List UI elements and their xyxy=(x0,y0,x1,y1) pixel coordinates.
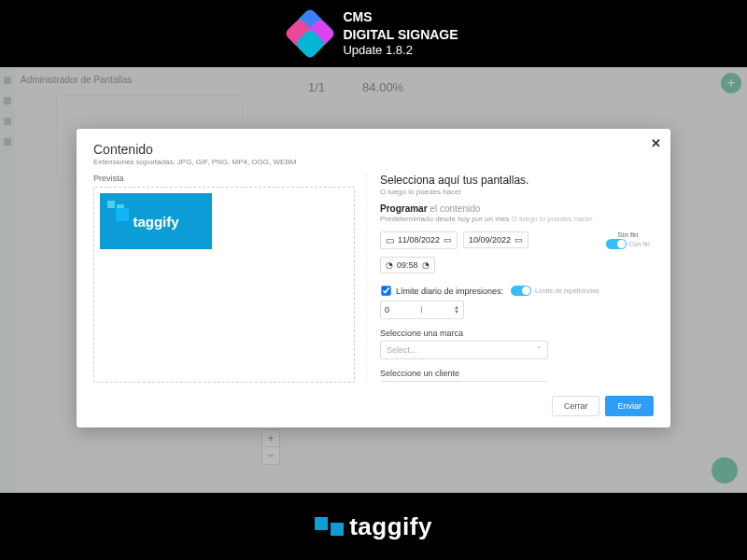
limit-toggle[interactable] xyxy=(511,286,531,296)
taggify-logo-icon xyxy=(315,517,344,536)
settings-column: Selecciona aquí tus pantallas. O luego l… xyxy=(366,174,654,383)
cancel-button[interactable]: Cerrar xyxy=(552,396,600,416)
client-select[interactable]: Select... ˅ xyxy=(380,381,548,383)
close-icon[interactable]: ✕ xyxy=(651,136,661,150)
chevron-down-icon: ˅ xyxy=(537,345,542,355)
client-label: Seleccione un cliente xyxy=(380,369,650,378)
limit-sub: Límite de repeticiones xyxy=(535,287,599,294)
endless-label: Sin fin xyxy=(617,231,638,239)
endless-toggle-block: Sin fin Con fin xyxy=(606,231,650,249)
date-to-input[interactable]: 10/09/2022 ▭ xyxy=(463,231,529,248)
clock-icon: ◔ xyxy=(386,260,393,270)
preview-column: Prevista taggify xyxy=(93,174,355,383)
banner-text: CMS DIGITAL SIGNAGE Update 1.8.2 xyxy=(343,8,458,58)
preview-brand-text: taggify xyxy=(133,214,178,230)
endless-toggle[interactable] xyxy=(606,239,627,249)
preview-dropzone[interactable]: taggify xyxy=(93,187,355,383)
calendar-icon: ▭ xyxy=(514,235,523,245)
time-input[interactable]: ◔ 09:58 ◔ xyxy=(380,257,435,273)
screens-heading: Selecciona aquí tus pantallas. xyxy=(380,174,650,187)
modal-title: Contenido xyxy=(93,142,654,157)
limit-label: Límite diario de impresiones: xyxy=(396,287,503,296)
banner-line3: Update 1.8.2 xyxy=(343,43,458,59)
brand-label: Seleccione una marca xyxy=(380,329,650,338)
preview-label: Prevista xyxy=(93,174,355,183)
brand-footer: taggify xyxy=(0,493,747,560)
preview-thumbnail[interactable]: taggify xyxy=(100,193,212,249)
submit-button[interactable]: Enviar xyxy=(605,396,654,416)
brand-name: taggify xyxy=(349,512,432,541)
date-from-input[interactable]: ▭ 11/08/2022 ▭ xyxy=(380,231,458,249)
schedule-hint: Predeterminado desde hoy por un mes O lu… xyxy=(380,215,650,223)
screens-hint: O luego lo puedes hacer xyxy=(380,188,650,196)
limit-checkbox[interactable] xyxy=(381,286,390,295)
stepper-icon[interactable]: ▲▼ xyxy=(454,305,459,315)
limit-value-input[interactable]: 0 I ▲▼ xyxy=(380,301,464,319)
impression-limit-row: Límite diario de impresiones: Límite de … xyxy=(380,285,650,297)
brand-select[interactable]: Select... ˅ xyxy=(380,341,548,359)
update-banner: CMS DIGITAL SIGNAGE Update 1.8.2 xyxy=(0,0,747,67)
calendar-icon: ▭ xyxy=(386,235,394,245)
modal-subtitle: Extensiones soportadas: JPG, GIF, PNG, M… xyxy=(93,158,654,166)
content-modal: ✕ Contenido Extensiones soportadas: JPG,… xyxy=(77,129,670,427)
banner-line1: CMS xyxy=(343,8,458,25)
banner-line2: DIGITAL SIGNAGE xyxy=(343,26,458,43)
modal-footer: Cerrar Enviar xyxy=(93,390,654,416)
schedule-heading: Programar el contenido xyxy=(380,203,650,214)
calendar-icon: ▭ xyxy=(444,235,452,245)
clock-icon: ◔ xyxy=(422,260,430,270)
cms-logo-icon xyxy=(289,12,331,55)
